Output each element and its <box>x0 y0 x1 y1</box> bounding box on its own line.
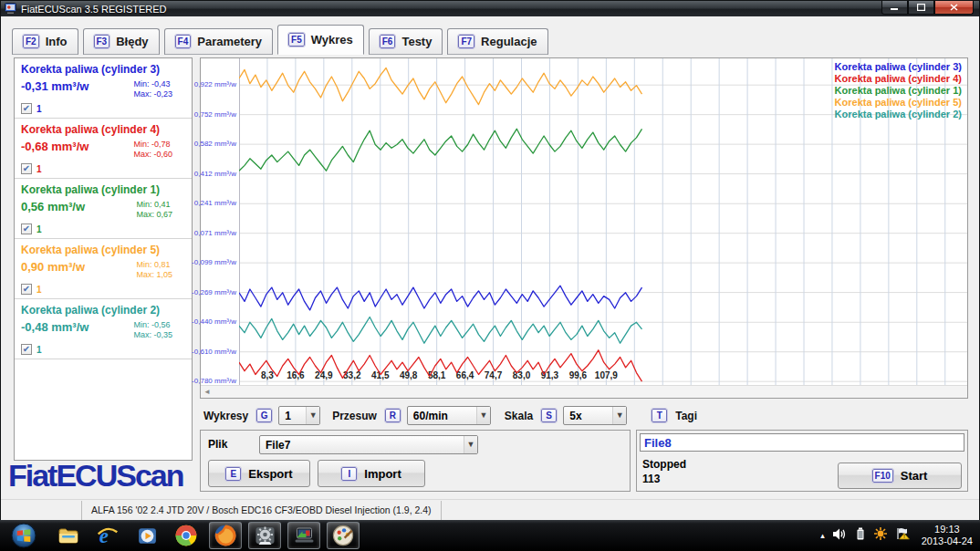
tray-expand-icon[interactable]: ▴ <box>820 531 825 540</box>
tab-info[interactable]: F2Info <box>12 28 78 55</box>
tagi-label[interactable]: Tagi <box>675 410 697 422</box>
desktop: FiatECUScan 3.5 REGISTERED F2InfoF3Błędy… <box>0 0 980 551</box>
battery-icon[interactable] <box>855 527 866 544</box>
channel-value-row: -0,68 mm³/wMin: -0,78Max: -0,60 <box>21 140 185 160</box>
chevron-down-icon: ▼ <box>612 407 626 424</box>
taskbar-buttons: e <box>0 520 366 551</box>
przesuw-label: Przesuw <box>332 410 377 422</box>
vehicle-info: ALFA 156 '02 2.4 JTD 20V / Bosch EDC16 C… <box>81 501 442 520</box>
start-button[interactable]: F10 Start <box>838 463 962 489</box>
channel-max: Max: -0,60 <box>133 150 172 160</box>
channel-checkbox[interactable]: ✔ <box>21 284 32 295</box>
y-tick-label: -0,780 mm³/w <box>192 377 236 385</box>
channel-minmax: Min: 0,41Max: 0,67 <box>136 200 185 220</box>
update-icon[interactable] <box>874 527 887 544</box>
tab-key-badge: F3 <box>94 35 110 48</box>
fiatecuscan-logo: FiatECUScan <box>8 458 183 494</box>
file-select[interactable]: File7▼ <box>259 435 478 454</box>
windows-start-orb[interactable] <box>5 522 43 549</box>
wykresy-key-badge: G <box>256 409 272 422</box>
wykresy-select[interactable]: 1▼ <box>278 406 320 425</box>
channel-checkbox-label: 1 <box>36 104 42 114</box>
diagnostic-app-icon[interactable] <box>248 522 281 549</box>
legend-item: Korekta paliwa (cylinder 3) <box>835 61 962 73</box>
channel-value-row: 0,90 mm³/wMin: 0,81Max: 1,05 <box>21 260 185 280</box>
record-name-input[interactable] <box>640 433 964 452</box>
channel-value: 0,90 mm³/w <box>21 260 85 274</box>
x-tick-label: 24,9 <box>315 370 333 380</box>
ecu-scan-app-icon[interactable] <box>287 522 320 549</box>
channel-checkbox-label: 1 <box>36 224 42 234</box>
minimize-button[interactable] <box>881 1 908 15</box>
tab-regulacje[interactable]: F7Regulacje <box>447 28 547 55</box>
x-tick-label: 107,9 <box>595 370 618 380</box>
channel-max: Max: -0,23 <box>133 89 172 99</box>
y-tick-label: 0,412 mm³/w <box>194 170 236 178</box>
close-button[interactable] <box>934 1 974 15</box>
plik-label: Plik <box>208 438 227 451</box>
x-tick-label: 91,3 <box>541 370 559 380</box>
channel-value: -0,48 mm³/w <box>21 320 89 334</box>
svg-text:e: e <box>99 525 109 547</box>
import-key-badge: I <box>341 467 357 481</box>
windows-media-player-icon[interactable] <box>130 522 163 549</box>
chart-panel: 0,922 mm³/w0,752 mm³/w0,582 mm³/w0,412 m… <box>200 57 968 399</box>
tab-testy[interactable]: F6Testy <box>369 28 443 55</box>
internet-explorer-icon[interactable]: e <box>91 522 124 549</box>
channel-checkbox[interactable]: ✔ <box>21 103 32 114</box>
status-bar: ALFA 156 '02 2.4 JTD 20V / Bosch EDC16 C… <box>1 499 979 520</box>
channel-checkbox[interactable]: ✔ <box>21 224 32 234</box>
channel-checkbox[interactable]: ✔ <box>21 344 32 355</box>
graphics-app-icon[interactable] <box>327 522 360 549</box>
clock-time: 19:13 <box>922 524 973 535</box>
channel-value-row: -0,48 mm³/wMin: -0,56Max: -0,35 <box>21 320 185 340</box>
y-tick-label: -0,610 mm³/w <box>192 348 236 356</box>
channel-max: Max: 1,05 <box>136 270 172 280</box>
channel-checkbox[interactable]: ✔ <box>21 163 32 174</box>
tab-błędy[interactable]: F3Błędy <box>83 28 160 55</box>
channel-max: Max: 0,67 <box>136 210 172 220</box>
channel-checkbox-row: ✔1 <box>21 103 185 114</box>
channel-value: -0,31 mm³/w <box>21 79 89 93</box>
tab-label: Regulacje <box>481 35 537 48</box>
tab-label: Parametery <box>197 35 262 48</box>
tab-label: Testy <box>401 35 432 48</box>
action-center-flag-icon[interactable]: ! <box>895 527 910 544</box>
firefox-icon[interactable] <box>209 522 242 549</box>
skala-select[interactable]: 5x▼ <box>563 406 627 425</box>
przesuw-select[interactable]: 60/min▼ <box>407 406 491 425</box>
taskbar-clock[interactable]: 19:13 2013-04-24 <box>922 524 973 547</box>
legend-item: Korekta paliwa (cylinder 5) <box>835 97 962 109</box>
channel-min: Min: -0,56 <box>133 320 172 330</box>
eksport-button[interactable]: E Eksport <box>208 460 310 487</box>
channel-minmax: Min: -0,78Max: -0,60 <box>133 140 185 160</box>
channel-title: Korekta paliwa (cylinder 1) <box>21 183 185 196</box>
clock-date: 2013-04-24 <box>922 535 973 547</box>
windows-explorer-icon[interactable] <box>52 522 85 549</box>
x-tick-label: 99,6 <box>569 370 588 380</box>
chart-scrollbar[interactable]: ◄ <box>201 385 967 398</box>
svg-text:!: ! <box>903 534 905 539</box>
y-tick-label: 0,922 mm³/w <box>194 80 236 88</box>
series-line <box>239 129 642 171</box>
app-icon <box>5 3 16 15</box>
volume-icon[interactable] <box>833 527 847 544</box>
legend-item: Korekta paliwa (cylinder 4) <box>835 73 962 85</box>
chart-controls: Wykresy G 1▼ Przesuw R 60/min▼ Skala S 5… <box>200 403 968 428</box>
tab-wykres[interactable]: F5Wykres <box>277 25 364 55</box>
y-tick-label: 0,071 mm³/w <box>194 229 236 237</box>
import-button[interactable]: I Import <box>318 460 425 487</box>
maximize-button[interactable] <box>908 1 934 15</box>
tab-parametery[interactable]: F4Parametery <box>164 28 274 55</box>
scroll-left-icon[interactable]: ◄ <box>203 388 211 396</box>
tab-label: Błędy <box>116 35 148 48</box>
session-panel: Stopped 113 F10 Start <box>636 430 968 492</box>
chrome-icon[interactable] <box>170 522 203 549</box>
tab-key-badge: F2 <box>23 35 39 48</box>
channel-checkbox-row: ✔1 <box>21 163 185 174</box>
channel-value: -0,68 mm³/w <box>21 140 89 153</box>
eksport-key-badge: E <box>225 467 241 481</box>
x-tick-label: 8,3 <box>261 370 274 380</box>
title-bar: FiatECUScan 3.5 REGISTERED <box>1 1 979 16</box>
tab-strip: F2InfoF3BłędyF4ParameteryF5WykresF6Testy… <box>12 25 553 55</box>
